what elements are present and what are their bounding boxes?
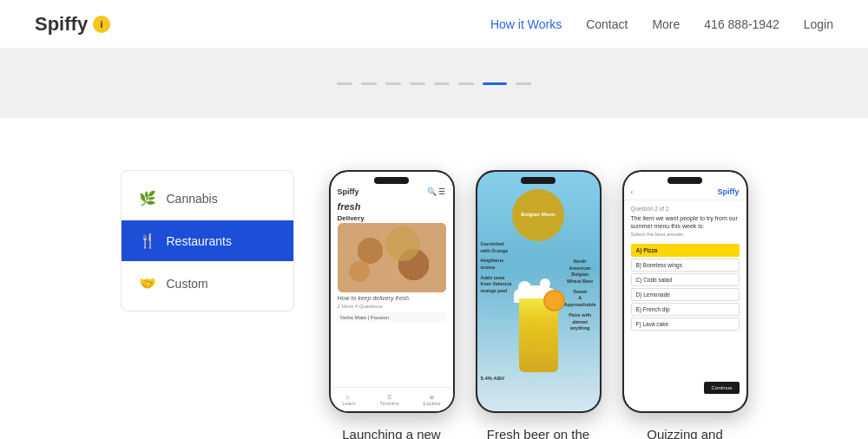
phone3-body: Question 2 of 2 The item we want people … xyxy=(624,200,746,337)
phone-device-2: Belgian Moon Garnishedwith Orange Height… xyxy=(476,170,602,413)
sidebar-item-cannabis-label: Cannabis xyxy=(167,192,218,206)
phone-screen-2: Belgian Moon Garnishedwith Orange Height… xyxy=(477,172,600,411)
phone-demos: Spiffy 🔍 ☰ fresh Delivery How to keep de… xyxy=(329,170,748,439)
nav-how-it-works[interactable]: How it Works xyxy=(490,17,562,31)
nav-login[interactable]: Login xyxy=(804,17,833,31)
navbar: Spiffy i How it Works Contact More 416 8… xyxy=(0,0,868,49)
phone-caption-1: Launching a new feature? xyxy=(335,425,448,439)
food-overlay xyxy=(338,223,446,292)
sidebar-item-restaurants-label: Restaurants xyxy=(167,234,232,248)
option-french-dip[interactable]: E) French dip xyxy=(631,303,740,316)
phone1-title: fresh xyxy=(331,200,453,213)
select-label: Select the best answer. xyxy=(631,232,740,239)
phone1-nav-timeline[interactable]: ☰ Timeline xyxy=(379,394,398,406)
timeline-icon: ☰ xyxy=(387,394,391,400)
phone-notch-2 xyxy=(521,177,556,184)
progress-dot-3[interactable] xyxy=(385,82,401,85)
heightens-text: Heightensaroma xyxy=(481,258,512,271)
option-pizza[interactable]: A) Pizza xyxy=(631,244,740,257)
phone1-image xyxy=(338,223,446,292)
orange-slice xyxy=(543,290,565,311)
learn-icon: ▷ xyxy=(346,394,351,400)
adds-taste-text: Adds tastefrom Valenciaorange peel xyxy=(481,275,512,295)
phone1-nav-learn[interactable]: ▷ Learn xyxy=(342,394,355,406)
explore-label: Explore xyxy=(423,401,440,406)
phone-caption-3: Quizzing and reporting. xyxy=(628,425,741,439)
main-content: 🌿 Cannabis 🍴 Restaurants 🤝 Custom Spiffy… xyxy=(0,135,868,439)
nav-links: How it Works Contact More 416 888-1942 L… xyxy=(490,17,833,31)
phone-demo-1: Spiffy 🔍 ☰ fresh Delivery How to keep de… xyxy=(329,170,455,439)
option-cobb[interactable]: C) Cobb salad xyxy=(631,273,740,286)
option-wings[interactable]: B) Boneless wings xyxy=(631,259,740,272)
phone-device-1: Spiffy 🔍 ☰ fresh Delivery How to keep de… xyxy=(329,170,455,413)
phone1-nav-explore[interactable]: ⊞ Explore xyxy=(423,394,440,406)
nav-phone: 416 888-1942 xyxy=(704,17,779,31)
progress-dot-5[interactable] xyxy=(434,82,450,85)
hero-progress xyxy=(0,49,868,118)
phone1-icons: 🔍 ☰ xyxy=(427,187,446,196)
phone3-header: ‹ Spiffy xyxy=(624,172,746,200)
logo: Spiffy i xyxy=(35,13,110,36)
brand-label: Belgian Moon xyxy=(521,212,555,218)
north-american-text: NorthAmericanBelgianWheat Beer xyxy=(564,259,596,285)
beer-glass xyxy=(516,298,560,385)
phone1-card: Yerba Mate | Passion xyxy=(338,312,446,323)
phone-screen-1: Spiffy 🔍 ☰ fresh Delivery How to keep de… xyxy=(331,172,453,411)
phone-notch-1 xyxy=(374,177,409,184)
progress-dot-6[interactable] xyxy=(458,82,474,85)
phone-device-3: ‹ Spiffy Question 2 of 2 The item we wan… xyxy=(622,170,748,413)
timeline-label: Timeline xyxy=(379,401,398,406)
phone1-nav: ▷ Learn ☰ Timeline ⊞ Explore xyxy=(331,387,453,411)
sidebar-item-restaurants[interactable]: 🍴 Restaurants xyxy=(122,220,293,261)
phone-screen-3: ‹ Spiffy Question 2 of 2 The item we wan… xyxy=(624,172,746,411)
phone-caption-2: Fresh beer on the menu? xyxy=(482,425,595,439)
progress-dot-7[interactable] xyxy=(483,82,507,85)
learn-label: Learn xyxy=(342,401,355,406)
sweet-text: Sweet&Approachable xyxy=(564,289,596,309)
beer-glass-body xyxy=(519,298,558,372)
phone2-text-left: Garnishedwith Orange Heightensaroma Adds… xyxy=(481,241,512,298)
logo-text: Spiffy xyxy=(35,13,88,36)
progress-dot-2[interactable] xyxy=(361,82,377,85)
question-label: Question 2 of 2 xyxy=(631,206,740,212)
phone1-header: Spiffy 🔍 ☰ xyxy=(331,172,453,200)
sidebar-item-custom[interactable]: 🤝 Custom xyxy=(122,263,293,304)
sidebar-item-custom-label: Custom xyxy=(167,277,208,291)
belgian-moon-logo: Belgian Moon xyxy=(512,189,564,241)
progress-dot-8[interactable] xyxy=(516,82,531,85)
cannabis-icon: 🌿 xyxy=(139,190,156,206)
option-lemonade[interactable]: D) Lemonade xyxy=(631,288,740,301)
phone3-back[interactable]: ‹ xyxy=(631,188,634,196)
nav-more[interactable]: More xyxy=(652,17,680,31)
progress-dot-4[interactable] xyxy=(410,82,425,85)
logo-badge: i xyxy=(93,16,110,33)
sidebar-item-cannabis[interactable]: 🌿 Cannabis xyxy=(122,178,293,219)
pairs-text: Pairs withalmostanything xyxy=(564,312,596,332)
progress-dot-1[interactable] xyxy=(337,82,352,85)
phone-demo-3: ‹ Spiffy Question 2 of 2 The item we wan… xyxy=(622,170,748,439)
phone-demo-2: Belgian Moon Garnishedwith Orange Height… xyxy=(476,170,602,439)
phone1-delivery: Delivery xyxy=(331,213,453,223)
phone2-text-right: NorthAmericanBelgianWheat Beer Sweet&App… xyxy=(564,259,596,336)
garnished-text: Garnishedwith Orange xyxy=(481,241,512,254)
phone1-subtitle: How to keep delivery fresh. xyxy=(331,292,453,304)
phone-notch-3 xyxy=(667,177,702,184)
option-lava-cake[interactable]: F) Lava cake xyxy=(631,318,740,331)
restaurants-icon: 🍴 xyxy=(139,233,156,249)
continue-button[interactable]: Continue xyxy=(704,382,739,394)
phone1-logo: Spiffy xyxy=(338,187,359,196)
phone3-logo: Spiffy xyxy=(717,187,739,196)
sidebar: 🌿 Cannabis 🍴 Restaurants 🤝 Custom xyxy=(121,170,294,311)
custom-icon: 🤝 xyxy=(139,275,156,292)
abv-label: 5.4% ABV xyxy=(481,376,505,381)
phone1-questions: 2 Hints 4 Questions xyxy=(331,304,453,309)
beer-container: Belgian Moon Garnishedwith Orange Height… xyxy=(477,172,600,411)
explore-icon: ⊞ xyxy=(430,394,434,400)
question-text: The item we want people to try from our … xyxy=(631,214,740,230)
nav-contact[interactable]: Contact xyxy=(586,17,628,31)
